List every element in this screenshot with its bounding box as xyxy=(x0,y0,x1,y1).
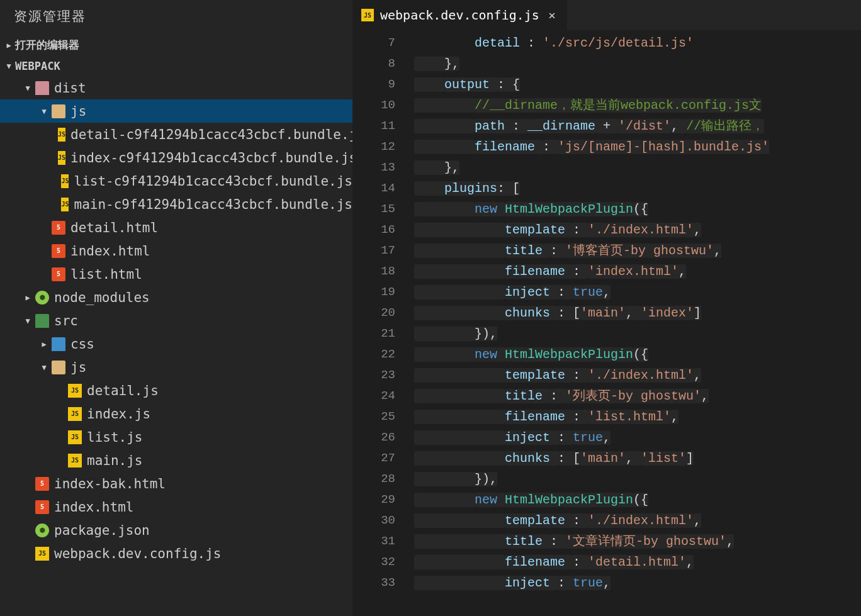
folder-icon xyxy=(35,314,49,328)
code-line: filename : 'detail.html', xyxy=(414,552,861,573)
line-number: 32 xyxy=(352,552,395,573)
line-number: 30 xyxy=(352,510,395,531)
tree-label: detail.js xyxy=(87,383,159,398)
open-editors-label: 打开的编辑器 xyxy=(15,38,79,52)
tab-label: webpack.dev.config.js xyxy=(380,8,539,23)
tree-label: webpack.dev.config.js xyxy=(54,546,222,561)
chevron-down-icon: ▼ xyxy=(23,84,33,92)
open-editors-section[interactable]: ▶ 打开的编辑器 xyxy=(0,34,352,56)
js-icon: JS xyxy=(68,384,82,398)
code-line: template : './index.html', xyxy=(414,510,861,531)
tree-row[interactable]: ▼js xyxy=(0,99,352,123)
line-number: 24 xyxy=(352,386,395,406)
line-gutter: 7891011121314151617181920212223242526272… xyxy=(352,30,408,616)
js-icon: JS xyxy=(61,198,69,211)
tree-row[interactable]: 5list.html xyxy=(0,262,352,286)
tab-active[interactable]: JS webpack.dev.config.js × xyxy=(352,0,567,30)
tree-row[interactable]: 5detail.html xyxy=(0,216,352,239)
node-icon: ⬢ xyxy=(35,291,49,305)
js-icon: JS xyxy=(68,454,82,468)
line-number: 16 xyxy=(352,220,395,240)
line-number: 9 xyxy=(352,74,395,95)
js-icon: JS xyxy=(68,430,82,444)
code-line: output : { xyxy=(414,74,861,95)
line-number: 19 xyxy=(352,282,395,303)
code-line: filename : 'index.html', xyxy=(414,261,861,282)
tree-label: index.js xyxy=(87,406,150,422)
tree-row[interactable]: JSdetail.js xyxy=(0,379,352,402)
tree-row[interactable]: ▼src xyxy=(0,309,352,332)
tree-label: src xyxy=(54,313,78,328)
line-number: 20 xyxy=(352,303,395,323)
chevron-down-icon: ▼ xyxy=(3,62,15,70)
code-line: chunks : ['main', 'list'] xyxy=(414,448,861,469)
tree-row[interactable]: 5index-bak.html xyxy=(0,472,352,495)
code-content[interactable]: detail : './src/js/detail.js' }, output … xyxy=(408,30,861,616)
tree-label: js xyxy=(70,360,86,375)
tree-row[interactable]: ▼dist xyxy=(0,76,352,99)
tree-row[interactable]: 5index.html xyxy=(0,495,352,518)
tree-row[interactable]: JSlist.js xyxy=(0,425,352,449)
line-number: 25 xyxy=(352,406,395,427)
code-line: title : '文章详情页-by ghostwu', xyxy=(414,531,861,552)
folder-icon xyxy=(35,81,49,95)
tree-label: index-bak.html xyxy=(54,476,166,491)
node-icon: ⬢ xyxy=(35,524,49,537)
tree-row[interactable]: ▶⬢node_modules xyxy=(0,286,352,309)
tab-bar: JS webpack.dev.config.js × xyxy=(352,0,861,30)
tree-label: main.js xyxy=(87,453,143,468)
tree-row[interactable]: JSmain-c9f41294b1cacc43cbcf.bundle.js xyxy=(0,193,352,216)
js-icon: JS xyxy=(68,407,82,421)
line-number: 27 xyxy=(352,448,395,469)
tree-row[interactable]: JSdetail-c9f41294b1cacc43cbcf.bundle.js xyxy=(0,123,352,146)
line-number: 10 xyxy=(352,95,395,116)
code-line: new HtmlWebpackPlugin({ xyxy=(414,344,861,365)
code-line: chunks : ['main', 'index'] xyxy=(414,303,861,323)
code-line: }, xyxy=(414,53,861,74)
tree-row[interactable]: 5index.html xyxy=(0,239,352,262)
html-icon: 5 xyxy=(52,267,65,281)
tree-label: package.json xyxy=(54,523,150,538)
code-line: }), xyxy=(414,469,861,490)
js-icon: JS xyxy=(35,547,49,561)
code-line: template : './index.html', xyxy=(414,220,861,240)
tree-row[interactable]: JSindex.js xyxy=(0,402,352,425)
chevron-right-icon: ▶ xyxy=(39,340,49,349)
code-line: detail : './src/js/detail.js' xyxy=(414,33,861,53)
chevron-down-icon: ▼ xyxy=(39,363,49,372)
line-number: 29 xyxy=(352,490,395,510)
js-icon: JS xyxy=(58,151,65,165)
tree-label: list-c9f41294b1cacc43cbcf.bundle.js xyxy=(74,174,352,189)
folder-open-icon xyxy=(52,104,65,118)
tree-row[interactable]: JSmain.js xyxy=(0,449,352,472)
code-line: path : __dirname + '/dist', //输出路径， xyxy=(414,116,861,137)
line-number: 33 xyxy=(352,573,395,593)
line-number: 15 xyxy=(352,199,395,220)
js-icon: JS xyxy=(361,9,374,21)
code-line: }), xyxy=(414,323,861,344)
tree-row[interactable]: ▼js xyxy=(0,356,352,379)
line-number: 21 xyxy=(352,323,395,344)
line-number: 17 xyxy=(352,240,395,261)
code-line: inject : true, xyxy=(414,427,861,448)
code-area: 7891011121314151617181920212223242526272… xyxy=(352,30,861,616)
tree-row[interactable]: JSindex-c9f41294b1cacc43cbcf.bundle.js xyxy=(0,146,352,169)
code-line: title : '博客首页-by ghostwu', xyxy=(414,240,861,261)
close-icon[interactable]: × xyxy=(546,8,558,23)
html-icon: 5 xyxy=(52,221,65,235)
tree-row[interactable]: JSwebpack.dev.config.js xyxy=(0,542,352,565)
explorer-title: 资源管理器 xyxy=(0,0,352,34)
tree-row[interactable]: JSlist-c9f41294b1cacc43cbcf.bundle.js xyxy=(0,169,352,193)
editor-area: JS webpack.dev.config.js × 7891011121314… xyxy=(352,0,861,616)
line-number: 22 xyxy=(352,344,395,365)
folder-icon xyxy=(52,337,65,351)
line-number: 26 xyxy=(352,427,395,448)
tree-label: index.html xyxy=(54,500,133,515)
tree-row[interactable]: ▶css xyxy=(0,332,352,356)
project-section[interactable]: ▼ WEBPACK xyxy=(0,56,352,76)
file-tree: ▼dist▼jsJSdetail-c9f41294b1cacc43cbcf.bu… xyxy=(0,76,352,616)
line-number: 8 xyxy=(352,53,395,74)
tree-row[interactable]: ⬢package.json xyxy=(0,518,352,542)
tree-label: list.html xyxy=(70,267,142,282)
tree-label: main-c9f41294b1cacc43cbcf.bundle.js xyxy=(74,197,352,212)
